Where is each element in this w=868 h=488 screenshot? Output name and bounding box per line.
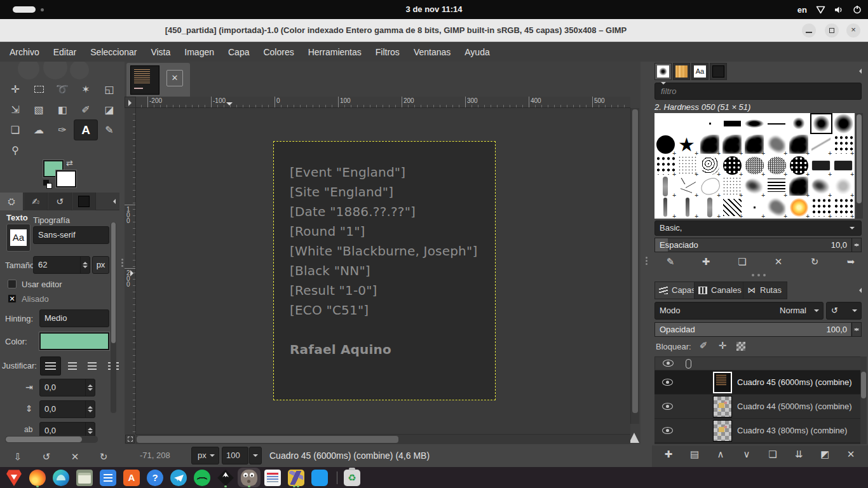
brush-swatch[interactable] [721,134,743,155]
layer-opacity-slider[interactable]: Opacidad 100,0 [654,322,862,337]
menu-archivo[interactable]: Archivo [3,44,46,60]
line-spacing-spinner[interactable] [85,401,95,417]
ruler-corner-menu-button[interactable] [125,97,136,108]
brush-swatch[interactable] [677,155,699,176]
lock-pixels-button[interactable]: ✐ [696,340,710,351]
menu-vista[interactable]: Vista [144,44,177,60]
brush-swatch[interactable] [654,197,677,218]
brush-swatch[interactable] [788,176,810,197]
taskbar-help-icon[interactable]: ? [147,470,163,486]
zoom-select-button[interactable] [249,447,262,464]
tool-fuzzy-select[interactable]: ✶ [74,79,97,99]
layer-thumbnail[interactable] [713,372,732,393]
menu-capa[interactable]: Capa [221,44,256,60]
undo-history-tab[interactable]: ↺ [48,193,72,210]
tab-canales[interactable]: Canales [694,281,747,299]
taskbar-document-viewer-icon[interactable] [264,470,281,486]
system-tray[interactable]: en [797,0,862,19]
restore-tool-preset-button[interactable]: ↺ [35,449,58,465]
refresh-brushes-button[interactable]: ↻ [805,256,824,268]
brush-swatch[interactable] [832,155,855,176]
save-tool-preset-button[interactable]: ⇩ [6,449,29,465]
brush-swatch[interactable] [677,197,699,218]
duplicate-layer-button[interactable]: ❏ [764,449,782,460]
brush-swatch[interactable] [788,197,810,218]
collapse-brush-dock-icon[interactable] [854,67,863,76]
brush-filter-input[interactable]: filtro [654,83,862,100]
reset-tool-options-button[interactable]: ↻ [92,449,115,465]
layer-name[interactable]: Cuadro 43 (800ms) (combine) [737,419,847,443]
taskbar-maps-icon[interactable] [288,470,304,486]
keyboard-layout-indicator[interactable]: en [797,5,807,15]
minimize-button[interactable] [802,24,816,37]
font-size-input[interactable]: 62 [33,256,90,274]
text-color-swatch[interactable] [39,332,109,350]
unit-select[interactable]: px [191,447,219,464]
tool-eraser[interactable]: ◪ [98,100,119,119]
horizontal-ruler[interactable]: -200-1000100200300400500 [136,97,630,108]
taskbar-files-icon[interactable] [76,470,93,486]
layer-thumbnail[interactable] [713,420,732,442]
brush-selected[interactable] [810,113,832,134]
edit-brush-button[interactable]: ✎ [661,256,680,268]
dock-resize-handle[interactable] [752,274,766,276]
visibility-column-icon[interactable] [663,360,674,367]
delete-brush-button[interactable]: ✕ [769,256,788,268]
taskbar-firefox-icon[interactable] [29,470,46,486]
brush-swatch[interactable] [654,176,677,197]
brush-swatch[interactable] [788,155,810,176]
menu-seleccionar[interactable]: Seleccionar [83,44,144,60]
hinting-select[interactable]: Medio [39,309,109,327]
brush-swatch[interactable] [766,197,788,218]
brush-swatch[interactable] [654,113,677,134]
brush-swatch[interactable] [677,134,699,155]
brush-swatch[interactable] [699,134,721,155]
lock-alpha-button[interactable] [736,342,745,351]
lower-layer-button[interactable]: ∨ [738,449,756,460]
new-group-button[interactable]: ▤ [686,449,703,460]
brush-swatch[interactable] [766,113,788,134]
brush-swatch[interactable] [810,134,832,155]
brush-swatch[interactable] [743,197,766,218]
menu-herramientas[interactable]: Herramientas [301,44,369,60]
tool-free-select[interactable]: ➰ [51,79,74,99]
tool-bucket-fill[interactable]: ◧ [51,100,74,119]
zoom-input[interactable]: 100 % [222,447,248,464]
mode-reset-button[interactable]: ↺ [826,302,862,320]
indent-input[interactable]: 0,0 [39,379,95,396]
justify-center-button[interactable] [83,357,102,375]
canvas-viewport[interactable]: [Event "England"][Site "England"][Date "… [136,108,630,434]
new-brush-button[interactable]: ✚ [696,256,715,268]
brush-swatch[interactable] [832,113,855,134]
tool-rectangle-select[interactable] [27,79,50,99]
brush-swatch[interactable] [743,113,766,134]
font-name-input[interactable]: Sans-serif [33,226,109,244]
brush-swatch[interactable] [699,113,721,134]
font-picker-button[interactable]: Aa [6,224,31,252]
layer-mode-select[interactable]: Modo Normal [654,302,824,320]
patterns-tab[interactable] [673,63,690,80]
brush-swatch[interactable] [721,155,743,176]
tool-move[interactable]: ✛ [4,79,27,99]
line-spacing-input[interactable]: 0,0 [39,400,95,418]
taskbar-text-editor-icon[interactable] [100,470,116,486]
system-clock[interactable]: 3 de nov 11:14 [0,0,868,19]
taskbar-trash-icon[interactable]: ♻ [344,470,360,486]
spacing-spinner[interactable] [851,238,861,252]
vertical-ruler[interactable]: 1 0 02 0 0 [125,108,136,434]
gimp-title-bar[interactable]: [450_partida] (importada)-1.0 (Color ind… [0,19,868,42]
tool-airbrush[interactable]: ✑ [51,120,74,140]
brush-swatch[interactable] [832,197,855,218]
layer-row[interactable]: Cuadro 44 (5000ms) (combine) [654,395,862,419]
brush-swatch[interactable] [832,176,855,197]
quick-mask-toggle[interactable] [125,435,135,444]
default-colors-icon[interactable] [43,180,52,189]
tool-options-tab[interactable]: ⛭ [0,193,24,210]
canvas-vscrollbar[interactable] [630,108,639,424]
close-button[interactable]: × [846,24,860,37]
tool-color-picker[interactable]: ✎ [98,120,119,140]
opacity-spinner[interactable] [851,323,861,336]
layer-thumbnail[interactable] [713,396,732,417]
canvas-hscrollbar[interactable] [135,434,630,444]
text-layer-boundary[interactable]: [Event "England"][Site "England"][Date "… [273,141,496,400]
